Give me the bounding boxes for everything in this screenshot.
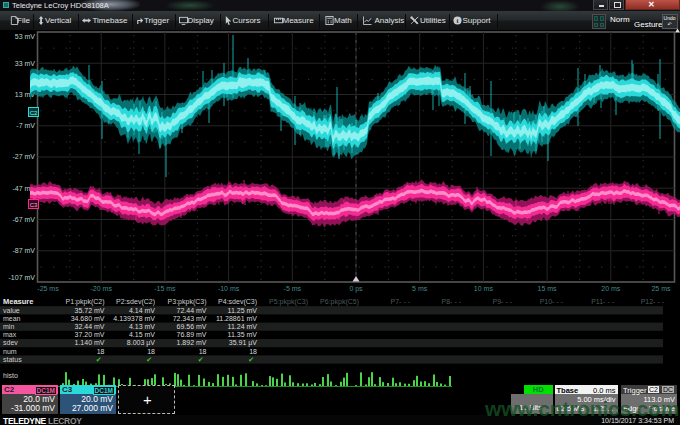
svg-text:11.28861 mV: 11.28861 mV [216, 315, 257, 322]
svg-text:72.44 mV: 72.44 mV [177, 307, 207, 314]
svg-text:P7- - -: P7- - - [391, 298, 411, 305]
svg-text:P6:pkpk(C5): P6:pkpk(C5) [320, 298, 359, 306]
svg-text:35.91 µV: 35.91 µV [229, 339, 257, 347]
svg-text:10 ms: 10 ms [474, 285, 494, 292]
svg-text:✔: ✔ [146, 356, 152, 363]
svg-text:P12- - -: P12- - - [641, 298, 665, 305]
svg-text:34.680 mV: 34.680 mV [71, 315, 105, 322]
svg-text:8.003 µV: 8.003 µV [127, 339, 155, 347]
svg-text:-7 mV: -7 mV [16, 122, 35, 129]
svg-text:P3:pkpk(C3): P3:pkpk(C3) [168, 298, 207, 306]
svg-text:histo: histo [3, 372, 18, 379]
svg-text:25 ms: 25 ms [651, 285, 671, 292]
svg-text:C3: C3 [30, 202, 38, 208]
svg-text:-87 mV: -87 mV [12, 247, 35, 254]
svg-text:C2: C2 [30, 110, 38, 116]
svg-text:72.343 mV: 72.343 mV [173, 315, 207, 322]
svg-text:32.44 mV: 32.44 mV [75, 323, 105, 330]
svg-text:15 ms: 15 ms [538, 285, 558, 292]
svg-text:P11- - -: P11- - - [591, 298, 614, 305]
svg-text:53 mV: 53 mV [15, 33, 36, 40]
svg-text:5 ms: 5 ms [412, 285, 428, 292]
svg-text:4.13 mV: 4.13 mV [129, 323, 155, 330]
svg-text:37.20 mV: 37.20 mV [75, 331, 105, 338]
svg-text:✔: ✔ [248, 356, 254, 363]
svg-text:P8- - -: P8- - - [442, 298, 462, 305]
svg-text:18: 18 [147, 348, 155, 355]
svg-text:11.25 mV: 11.25 mV [228, 307, 258, 314]
svg-text:P1:pkpk(C2): P1:pkpk(C2) [66, 298, 105, 306]
svg-text:-25 ms: -25 ms [37, 285, 59, 292]
svg-text:status: status [3, 356, 22, 363]
svg-text:✔: ✔ [198, 356, 204, 363]
svg-text:4.139378 mV: 4.139378 mV [113, 315, 155, 322]
svg-text:18: 18 [97, 348, 105, 355]
svg-text:P5:pkpk(C3): P5:pkpk(C3) [269, 298, 308, 306]
svg-text:value: value [3, 307, 20, 314]
svg-text:P4:sdev(C3): P4:sdev(C3) [218, 298, 257, 306]
svg-text:76.89 mV: 76.89 mV [177, 331, 207, 338]
svg-text:18: 18 [249, 348, 257, 355]
svg-text:1.140 mV: 1.140 mV [75, 339, 105, 346]
svg-text:-15 ms: -15 ms [154, 285, 176, 292]
svg-text:33 mV: 33 mV [15, 60, 36, 67]
svg-text:-107 mV: -107 mV [9, 274, 36, 281]
svg-text:18: 18 [199, 348, 207, 355]
svg-text:11.35 mV: 11.35 mV [228, 331, 258, 338]
svg-text:mean: mean [3, 315, 21, 322]
svg-text:20 ms: 20 ms [601, 285, 621, 292]
svg-text:-20 ms: -20 ms [90, 285, 112, 292]
svg-text:1.892 mV: 1.892 mV [177, 339, 207, 346]
svg-text:✔: ✔ [96, 356, 102, 363]
svg-text:-10 ms: -10 ms [218, 285, 240, 292]
svg-text:P10- - -: P10- - - [540, 298, 564, 305]
svg-text:11.24 mV: 11.24 mV [228, 323, 258, 330]
svg-text:69.56 mV: 69.56 mV [177, 323, 207, 330]
svg-text:P9- - -: P9- - - [493, 298, 513, 305]
svg-text:num: num [3, 348, 17, 355]
svg-text:-67 mV: -67 mV [12, 216, 35, 223]
svg-text:4.15 mV: 4.15 mV [129, 331, 155, 338]
svg-text:-27 mV: -27 mV [12, 153, 35, 160]
svg-text:35.72 mV: 35.72 mV [75, 307, 105, 314]
svg-text:max: max [3, 331, 17, 338]
svg-text:4.14 mV: 4.14 mV [129, 307, 155, 314]
svg-text:Measure: Measure [3, 297, 33, 306]
svg-text:P2:sdev(C2): P2:sdev(C2) [116, 298, 155, 306]
svg-text:-5 ms: -5 ms [284, 285, 302, 292]
svg-text:min: min [3, 323, 14, 330]
svg-text:0 ps: 0 ps [349, 285, 363, 293]
svg-text:sdev: sdev [3, 339, 18, 346]
